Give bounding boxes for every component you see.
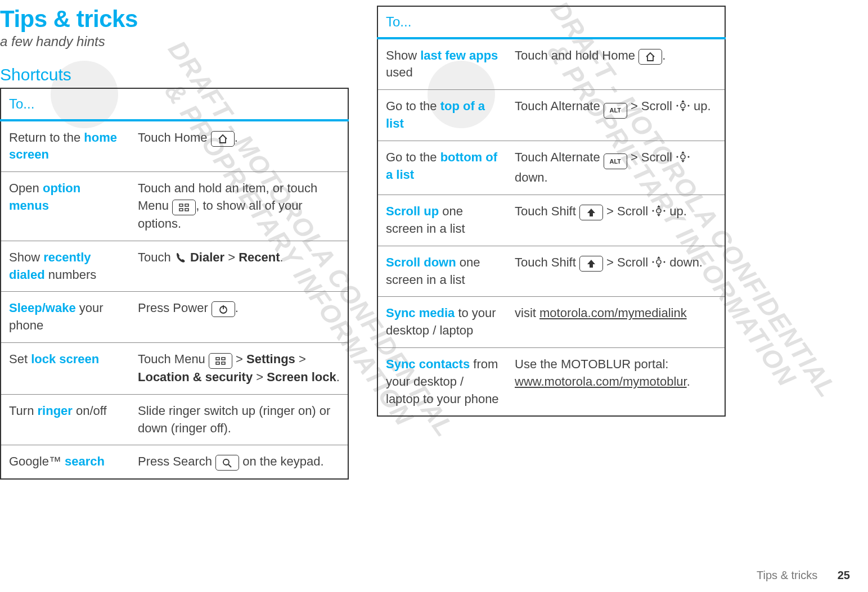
svg-rect-8	[216, 362, 219, 364]
instruction-cell: Touch and hold Home .	[507, 38, 725, 90]
svg-rect-3	[185, 209, 188, 211]
action-cell: Sync media to your desktop / laptop	[377, 297, 507, 348]
table-row: Sync contacts from your desktop / laptop…	[377, 348, 725, 417]
menu-key-icon	[209, 353, 232, 369]
svg-point-21	[656, 260, 661, 264]
instruction-cell: Press Search on the keypad.	[130, 445, 348, 480]
shortcuts-table-right: To... Show last few apps used Touch and …	[377, 6, 726, 417]
action-cell: Sleep/wake your phone	[1, 292, 130, 343]
left-column: Tips & tricks a few handy hints Shortcut…	[0, 6, 349, 480]
svg-rect-9	[222, 362, 225, 364]
svg-point-17	[687, 156, 689, 157]
shortcuts-table-left: To... Return to the home screen Touch Ho…	[0, 88, 349, 480]
svg-point-10	[223, 459, 229, 465]
svg-point-14	[687, 105, 689, 107]
page-number: 25	[838, 569, 850, 581]
section-heading: Shortcuts	[0, 65, 349, 84]
svg-rect-0	[179, 204, 183, 206]
footer: Tips & tricks 25	[757, 569, 850, 582]
svg-point-13	[676, 105, 678, 107]
instruction-cell: Touch Home .	[130, 120, 348, 172]
table-row: Show recently dialed numbers Touch Diale…	[1, 241, 348, 292]
shift-key-icon	[579, 205, 603, 220]
subtitle: a few handy hints	[0, 34, 349, 49]
action-cell: Open option menus	[1, 172, 130, 241]
menu-key-icon	[172, 200, 196, 215]
instruction-cell: visit motorola.com/mymedialink	[507, 297, 725, 348]
table-row: Scroll up one screen in a list Touch Shi…	[377, 195, 725, 246]
table-row: Google™ search Press Search on the keypa…	[1, 445, 348, 480]
action-cell: Set lock screen	[1, 342, 130, 394]
scroll-icon	[676, 150, 690, 169]
svg-point-12	[681, 103, 685, 108]
svg-rect-1	[185, 204, 188, 206]
table-row: Turn ringer on/off Slide ringer switch u…	[1, 394, 348, 445]
instruction-cell: Touch Alternate ALT > Scroll up.	[507, 90, 725, 141]
instruction-cell: Press Power .	[130, 292, 348, 343]
svg-point-15	[681, 155, 685, 159]
svg-rect-2	[179, 209, 183, 211]
action-cell: Google™ search	[1, 445, 130, 480]
power-key-icon	[212, 301, 235, 317]
action-cell: Scroll down one screen in a list	[377, 246, 507, 297]
alt-key-icon: ALT	[604, 153, 627, 169]
table-row: Go to the bottom of a list Touch Alterna…	[377, 141, 725, 195]
action-cell: Scroll up one screen in a list	[377, 195, 507, 246]
svg-point-20	[664, 210, 665, 212]
svg-rect-7	[222, 358, 225, 360]
search-key-icon	[215, 455, 239, 471]
svg-point-22	[653, 261, 654, 263]
svg-point-23	[664, 261, 665, 263]
right-column: To... Show last few apps used Touch and …	[377, 6, 726, 480]
svg-point-19	[653, 210, 654, 212]
instruction-cell: Slide ringer switch up (ringer on) or do…	[130, 394, 348, 445]
table-row: Scroll down one screen in a list Touch S…	[377, 246, 725, 297]
scroll-icon	[676, 99, 690, 118]
home-key-icon	[638, 49, 662, 65]
home-key-icon	[211, 131, 235, 147]
action-cell: Sync contacts from your desktop / laptop…	[377, 348, 507, 417]
table-row: Go to the top of a list Touch Alternate …	[377, 90, 725, 141]
action-cell: Show last few apps used	[377, 38, 507, 90]
table-header: To...	[1, 88, 348, 120]
table-row: Open option menus Touch and hold an item…	[1, 172, 348, 241]
svg-point-18	[656, 209, 661, 213]
table-row: Sleep/wake your phone Press Power .	[1, 292, 348, 343]
svg-rect-6	[216, 358, 219, 360]
action-cell: Go to the top of a list	[377, 90, 507, 141]
table-header: To...	[377, 6, 725, 38]
scroll-icon	[651, 255, 666, 274]
instruction-cell: Touch Alternate ALT > Scroll down.	[507, 141, 725, 195]
instruction-cell: Touch and hold an item, or touch Menu , …	[130, 172, 348, 241]
svg-point-16	[676, 156, 678, 157]
table-row: Show last few apps used Touch and hold H…	[377, 38, 725, 90]
table-row: Sync media to your desktop / laptop visi…	[377, 297, 725, 348]
svg-line-11	[228, 464, 231, 467]
instruction-cell: Touch Shift > Scroll up.	[507, 195, 725, 246]
action-cell: Show recently dialed numbers	[1, 241, 130, 292]
footer-text: Tips & tricks	[757, 569, 817, 581]
instruction-cell: Touch Menu > Settings > Location & secur…	[130, 342, 348, 394]
action-cell: Go to the bottom of a list	[377, 141, 507, 195]
instruction-cell: Touch Shift > Scroll down.	[507, 246, 725, 297]
phone-icon	[174, 251, 187, 269]
page-title: Tips & tricks	[0, 6, 349, 33]
action-cell: Turn ringer on/off	[1, 394, 130, 445]
table-row: Set lock screen Touch Menu > Settings > …	[1, 342, 348, 394]
table-row: Return to the home screen Touch Home .	[1, 120, 348, 172]
scroll-icon	[651, 204, 666, 223]
alt-key-icon: ALT	[604, 103, 627, 119]
action-cell: Return to the home screen	[1, 120, 130, 172]
instruction-cell: Touch Dialer > Recent.	[130, 241, 348, 292]
instruction-cell: Use the MOTOBLUR portal: www.motorola.co…	[507, 348, 725, 417]
shift-key-icon	[579, 256, 603, 272]
